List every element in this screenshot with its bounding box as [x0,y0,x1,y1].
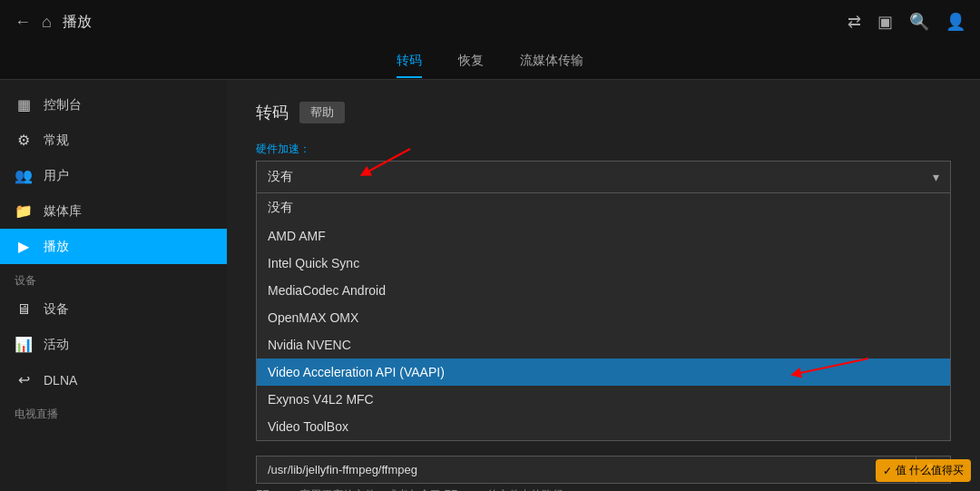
search-icon[interactable]: 🔍 [909,12,929,32]
monitor-icon: 🖥 [15,301,33,318]
activity-icon: 📊 [15,336,33,353]
back-button[interactable]: ← [15,13,31,32]
sidebar-item-devices[interactable]: 🖥 设备 [0,292,227,327]
dropdown-option-1[interactable]: AMD AMF [257,222,950,250]
home-button[interactable]: ⌂ [42,13,52,32]
sidebar-label-users: 用户 [44,168,69,184]
dropdown-list: 没有 AMD AMF Intel Quick Sync MediaCodec A… [256,193,951,441]
sidebar-item-playback[interactable]: ▶ 播放 [0,229,227,264]
sidebar-label-general: 常规 [44,133,69,149]
hardware-accel-label: 硬件加速： [256,142,951,157]
grid-icon: ▦ [15,96,33,113]
dlna-icon: ↩ [15,371,33,388]
folder-icon: 📁 [15,202,33,220]
content-header: 转码 帮助 [256,102,951,123]
tab-transcode[interactable]: 转码 [397,45,422,78]
dropdown-option-8[interactable]: Video ToolBox [257,413,950,440]
ffmpeg-path-input[interactable] [256,456,916,484]
dropdown-arrow-icon: ▾ [933,170,939,184]
sidebar-item-console[interactable]: ▦ 控制台 [0,87,227,123]
sidebar-item-activity[interactable]: 📊 活动 [0,327,227,362]
ffmpeg-path-row: 🔍 [256,456,951,484]
topbar-actions: ⇄ ▣ 🔍 👤 [848,12,965,32]
dropdown-selected-value: 没有 [268,169,293,185]
topbar: ← ⌂ 播放 ⇄ ▣ 🔍 👤 [0,0,980,44]
sidebar-item-library[interactable]: 📁 媒体库 [0,193,227,229]
dropdown-option-5[interactable]: Nvidia NVENC [257,331,950,358]
gear-icon: ⚙ [15,132,33,149]
users-icon: 👥 [15,167,33,184]
dropdown-option-4[interactable]: OpenMAX OMX [257,304,950,331]
watermark-icon: ✓ [883,465,892,477]
main-layout: ▦ 控制台 ⚙ 常规 👥 用户 📁 媒体库 ▶ 播放 设备 🖥 设备 📊 活动 [0,80,980,491]
sidebar-section-tv: 电视直播 [0,398,227,426]
dropdown-option-0[interactable]: 没有 [257,193,950,222]
sidebar-label-devices: 设备 [44,301,69,318]
dropdown-option-7[interactable]: Exynos V4L2 MFC [257,386,950,413]
dropdown-option-3[interactable]: MediaCodec Android [257,277,950,304]
sidebar-section-devices: 设备 [0,264,227,292]
hardware-accel-dropdown[interactable]: 没有 ▾ [256,161,951,193]
tab-streaming[interactable]: 流媒体传输 [520,45,583,78]
play-icon: ▶ [15,238,33,255]
dropdown-option-2[interactable]: Intel Quick Sync [257,250,950,277]
sidebar-label-library: 媒体库 [44,203,82,220]
sidebar-item-general[interactable]: ⚙ 常规 [0,123,227,158]
sidebar-label-console: 控制台 [44,97,82,113]
sidebar-item-dlna[interactable]: ↩ DLNA [0,362,227,398]
ffmpeg-path-hint: FFmpeg 应用程序的文件，或者包含了 FFmpeg 的文件夹的路径。 [256,487,951,491]
page-title: 播放 [63,13,837,32]
dropdown-option-6[interactable]: Video Acceleration API (VAAPI) [257,358,950,386]
content-title: 转码 [256,102,289,123]
sidebar: ▦ 控制台 ⚙ 常规 👥 用户 📁 媒体库 ▶ 播放 设备 🖥 设备 📊 活动 [0,80,227,491]
help-button[interactable]: 帮助 [299,102,345,123]
sidebar-item-users[interactable]: 👥 用户 [0,158,227,193]
tabs-row: 转码 恢复 流媒体传输 [0,44,980,80]
watermark: ✓ 值 什么值得买 [876,459,971,482]
user-icon[interactable]: 👤 [946,12,965,32]
sidebar-label-activity: 活动 [44,337,69,353]
sidebar-label-dlna: DLNA [44,373,77,388]
sidebar-label-playback: 播放 [44,239,69,255]
no-wifi-icon[interactable]: ⇄ [848,12,861,32]
content-area: 转码 帮助 硬件加速： 没有 ▾ [227,80,980,491]
cast-icon[interactable]: ▣ [877,12,893,32]
ffmpeg-path-section: 🔍 FFmpeg 应用程序的文件，或者包含了 FFmpeg 的文件夹的路径。 [256,456,951,491]
tab-restore[interactable]: 恢复 [458,45,484,78]
watermark-text: 值 什么值得买 [896,463,964,478]
